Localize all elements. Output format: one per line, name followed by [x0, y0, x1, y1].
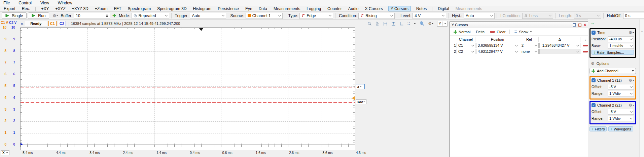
zoom-icon[interactable] — [367, 22, 372, 26]
channel1-offset-select[interactable]: -5 V — [608, 84, 634, 90]
buffer-spinner[interactable]: 10 — [74, 13, 110, 19]
menu-window[interactable]: Window — [58, 1, 72, 5]
channel1-enable-checkbox[interactable]: ✓ — [592, 78, 596, 82]
single-button[interactable]: Single — [2, 12, 27, 19]
expand-arrow-icon[interactable]: → — [590, 21, 595, 25]
view-tab-digital[interactable]: Digital — [437, 6, 450, 11]
channel1-range-select[interactable]: 1 V/div — [608, 91, 634, 96]
menu-view[interactable]: View — [40, 1, 49, 5]
time-position-select[interactable]: -400 us — [608, 36, 634, 42]
y-cursor-badge[interactable]: 2 — [356, 84, 365, 89]
spinner-arrows-icon[interactable] — [106, 14, 108, 17]
holdoff-select[interactable]: 0 s — [623, 13, 644, 19]
pointer-icon[interactable] — [375, 22, 380, 26]
channel1-badge[interactable]: C1 — [48, 21, 57, 26]
view-tab-spectrogram-3d[interactable]: Spectrogram 3D — [156, 6, 187, 11]
menu-control[interactable]: Control — [19, 1, 32, 5]
trigger-position-marker[interactable] — [199, 28, 203, 31]
run-button[interactable]: Run — [28, 12, 49, 19]
view-tab-notes[interactable]: Notes — [415, 6, 428, 11]
view-tab-histogram[interactable]: Histogram — [192, 6, 213, 11]
time-base-select[interactable]: 1 ms/div — [608, 43, 634, 49]
undock-icon[interactable] — [573, 23, 576, 27]
add-channel-button[interactable]: Add Channel — [589, 68, 636, 74]
length-select[interactable]: 0 s — [574, 13, 601, 19]
mode-select[interactable]: Repeated — [132, 13, 169, 19]
cursor-ref-select[interactable]: none — [520, 49, 539, 54]
channel2-settings-gear-icon[interactable]: ⚙ — [629, 103, 634, 108]
plot-area[interactable] — [20, 28, 355, 150]
view-tab-eye[interactable]: Eye — [244, 6, 253, 11]
close-icon[interactable]: × — [584, 23, 586, 27]
view-tab-spectrogram[interactable]: Spectrogram — [127, 6, 152, 11]
view-tab-counter[interactable]: Counter — [326, 6, 343, 11]
scroll-up-icon[interactable]: ▲ — [641, 30, 643, 33]
cursor-channel-select[interactable]: C2 — [457, 49, 475, 54]
x-axis-select[interactable]: X — [1, 150, 9, 155]
maximize-icon[interactable] — [578, 24, 581, 27]
view-tab-x-cursors[interactable]: X Cursors — [364, 6, 384, 11]
cursor-channel-select[interactable]: C1 — [457, 43, 475, 48]
view-tab-audio[interactable]: Audio — [347, 6, 360, 11]
collapse-chevron-icon[interactable]: « — [21, 21, 24, 26]
y-cursor-badge[interactable]: 1Δ2 — [356, 99, 366, 104]
view-tab-export[interactable]: Export — [3, 6, 16, 11]
zoom-in-icon[interactable] — [420, 21, 424, 26]
view-tab--xyz[interactable]: +XYZ — [54, 6, 66, 11]
channel2-enable-checkbox[interactable]: ✓ — [592, 103, 596, 107]
cursor-delta-select[interactable]: -1.2945343427 V — [539, 43, 580, 48]
panel-titlebar[interactable]: Y Cursors × — [450, 22, 588, 28]
source-select[interactable]: Channel 1 — [246, 13, 283, 19]
cursor-delta-select[interactable] — [539, 49, 580, 54]
filters-button[interactable]: ↓ Filters — [589, 126, 607, 131]
view-tab-y-cursors[interactable]: Y Cursors — [388, 6, 411, 11]
options-row[interactable]: ⚙ Options — [591, 61, 609, 66]
view-tab-measurements[interactable]: Measurements — [273, 6, 301, 11]
quad-view-icon[interactable]: 1 23 4 — [407, 22, 410, 26]
vertical-cursors-icon[interactable] — [391, 22, 396, 26]
add-delta-cursor-button[interactable]: Delta — [473, 29, 487, 35]
measure-ruler-icon[interactable] — [399, 22, 404, 26]
level-select[interactable]: 4 V — [413, 13, 446, 19]
menu-file[interactable]: File — [3, 1, 10, 5]
sidebar-scrollbar[interactable]: ▲ — [639, 19, 644, 157]
view-tab-fft[interactable]: FFT — [113, 6, 122, 11]
condition-select[interactable]: Rising — [358, 13, 395, 19]
show-menu-button[interactable]: Show — [511, 29, 534, 35]
clear-cursors-button[interactable]: Clear — [488, 29, 508, 35]
view-tab-rec-[interactable]: Rec. — [21, 6, 31, 11]
time-enable-checkbox[interactable]: ✓ — [592, 31, 596, 35]
cursor-ref-select[interactable]: 2 — [520, 43, 539, 48]
hysteresis-select[interactable]: Auto — [464, 13, 495, 19]
view-tab-logging[interactable]: Logging — [306, 6, 322, 11]
view-tab--xyz-3d[interactable]: +XYZ 3D — [71, 6, 90, 11]
add-instrument-icon[interactable]: ✚ — [112, 13, 116, 18]
plot-settings-gear-icon[interactable]: ⚙ — [428, 21, 433, 26]
add-normal-cursor-button[interactable]: Normal — [451, 29, 473, 35]
y-cursor-line[interactable] — [21, 87, 355, 87]
view-tab-data[interactable]: Data — [258, 6, 268, 11]
time-settings-gear-icon[interactable]: ⚙ — [629, 30, 634, 35]
view-tab-persistence[interactable]: Persistence — [217, 6, 240, 11]
cursor-position-select[interactable]: 3.636595134 V — [476, 43, 519, 48]
view-options-caret-icon[interactable] — [414, 23, 416, 24]
horizontal-cursors-icon[interactable] — [383, 22, 388, 26]
view-tab-measurements[interactable]: Measurements — [455, 6, 483, 11]
y-cursor-line[interactable] — [21, 102, 355, 103]
buffer-gear-icon[interactable]: ⚙ — [52, 13, 58, 18]
lcondition-select[interactable]: Less — [522, 13, 553, 19]
view-tab--xy[interactable]: +XY — [40, 6, 50, 11]
channel1-settings-gear-icon[interactable]: ⚙ — [629, 78, 634, 83]
cursor-position-select[interactable]: 4.931129477 V — [476, 49, 519, 54]
trigger-select[interactable]: Auto — [190, 13, 226, 19]
view-tab--zoom[interactable]: +Zoom — [94, 6, 109, 11]
type-select[interactable]: Edge — [299, 13, 333, 19]
wavegens-button[interactable]: ↓ Wavegens — [608, 126, 633, 131]
channel2-offset-select[interactable]: -5 V — [608, 109, 634, 115]
channel2-range-select[interactable]: 1 V/div — [608, 116, 634, 121]
trigger-level-marker[interactable] — [352, 96, 355, 100]
y-axis-select[interactable]: Y — [437, 21, 448, 27]
channel2-badge[interactable]: C2 — [58, 21, 66, 26]
scroll-up-icon[interactable]: ▲ — [584, 39, 587, 42]
rate-samples-button[interactable]: ↓ Rate, Samples... — [592, 50, 634, 55]
